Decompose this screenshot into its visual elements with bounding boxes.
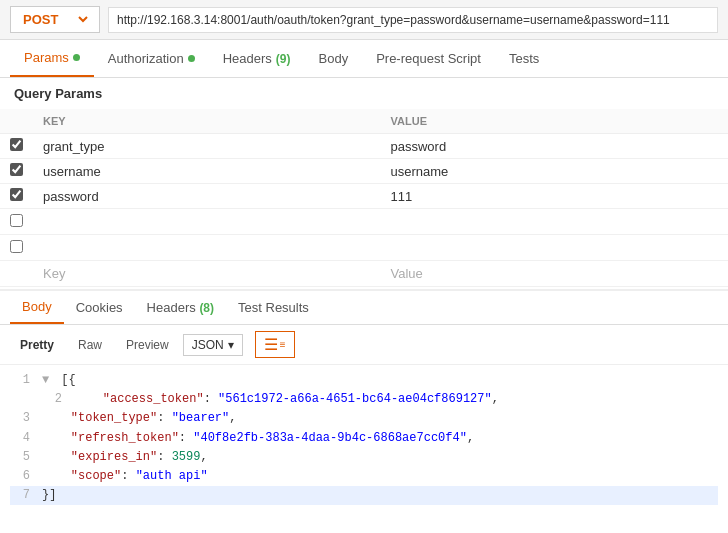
tab-params[interactable]: Params — [10, 40, 94, 77]
line-number: 2 — [42, 390, 62, 409]
tab-cookies[interactable]: Cookies — [64, 292, 135, 323]
table-row: grant_type password — [0, 134, 728, 159]
key-placeholder[interactable]: Key — [33, 261, 381, 287]
code-line: 1 ▼ [{ — [10, 371, 718, 390]
col-checkbox — [0, 109, 33, 134]
tab-tests-label: Tests — [509, 51, 539, 66]
row1-checkbox[interactable] — [10, 138, 23, 151]
line-content: "refresh_token": "40f8e2fb-383a-4daa-9b4… — [42, 429, 718, 448]
row3-checkbox[interactable] — [10, 188, 23, 201]
table-row-placeholder: Key Value — [0, 261, 728, 287]
json-format-label: JSON — [192, 338, 224, 352]
col-value-header: VALUE — [381, 109, 729, 134]
line-number: 3 — [10, 409, 30, 428]
code-line: 6 "scope": "auth api" — [10, 467, 718, 486]
tab-cookies-label: Cookies — [76, 300, 123, 315]
authorization-dot-icon — [188, 55, 195, 62]
row2-checkbox[interactable] — [10, 163, 23, 176]
line-content: [{ — [61, 371, 718, 390]
headers-badge: (9) — [276, 52, 291, 66]
line-content: "access_token": "561c1972-a66a-4651-bc64… — [74, 390, 718, 409]
collapse-icon[interactable]: ▼ — [42, 371, 49, 390]
beautify-icon: ☰ — [264, 335, 278, 354]
tab-response-body[interactable]: Body — [10, 291, 64, 324]
code-line: 5 "expires_in": 3599, — [10, 448, 718, 467]
tab-authorization[interactable]: Authorization — [94, 41, 209, 76]
request-tabs: Params Authorization Headers (9) Body Pr… — [0, 40, 728, 78]
beautify-lines-icon: ≡ — [280, 339, 286, 350]
params-table: KEY VALUE grant_type password username u… — [0, 109, 728, 287]
row2-value[interactable]: username — [381, 159, 729, 184]
tab-body-label: Body — [319, 51, 349, 66]
tab-authorization-label: Authorization — [108, 51, 184, 66]
method-selector[interactable]: POST GET PUT DELETE PATCH — [10, 6, 100, 33]
tab-headers-label: Headers — [223, 51, 272, 66]
tab-prerequest[interactable]: Pre-request Script — [362, 41, 495, 76]
empty-row2-checkbox[interactable] — [10, 240, 23, 253]
line-content: }] — [42, 486, 718, 505]
row3-key[interactable]: password — [33, 184, 381, 209]
code-line: 2 "access_token": "561c1972-a66a-4651-bc… — [10, 390, 718, 409]
chevron-down-icon: ▾ — [228, 338, 234, 352]
tab-response-headers[interactable]: Headers (8) — [135, 292, 226, 323]
query-params-title: Query Params — [0, 78, 728, 109]
tab-prerequest-label: Pre-request Script — [376, 51, 481, 66]
table-row: password 111 — [0, 184, 728, 209]
tab-test-results-label: Test Results — [238, 300, 309, 315]
tab-params-label: Params — [24, 50, 69, 65]
code-line: 4 "refresh_token": "40f8e2fb-383a-4daa-9… — [10, 429, 718, 448]
line-number: 7 — [10, 486, 30, 505]
table-row: username username — [0, 159, 728, 184]
tab-headers[interactable]: Headers (9) — [209, 41, 305, 76]
json-format-selector[interactable]: JSON ▾ — [183, 334, 243, 356]
method-dropdown[interactable]: POST GET PUT DELETE PATCH — [19, 11, 91, 28]
pretty-button[interactable]: Pretty — [10, 334, 64, 356]
empty-row1-checkbox[interactable] — [10, 214, 23, 227]
line-content: "expires_in": 3599, — [42, 448, 718, 467]
value-placeholder[interactable]: Value — [381, 261, 729, 287]
url-bar: POST GET PUT DELETE PATCH — [0, 0, 728, 40]
tab-response-body-label: Body — [22, 299, 52, 314]
line-content: "scope": "auth api" — [42, 467, 718, 486]
row1-key[interactable]: grant_type — [33, 134, 381, 159]
code-line: 7 }] — [10, 486, 718, 505]
col-key-header: KEY — [33, 109, 381, 134]
line-content: "token_type": "bearer", — [42, 409, 718, 428]
row2-key[interactable]: username — [33, 159, 381, 184]
tab-tests[interactable]: Tests — [495, 41, 553, 76]
format-bar: Pretty Raw Preview JSON ▾ ☰ ≡ — [0, 325, 728, 365]
table-row-empty — [0, 235, 728, 261]
line-number: 5 — [10, 448, 30, 467]
raw-button[interactable]: Raw — [68, 334, 112, 356]
tab-response-headers-label: Headers — [147, 300, 196, 315]
response-code-area: 1 ▼ [{ 2 "access_token": "561c1972-a66a-… — [0, 365, 728, 511]
tab-test-results[interactable]: Test Results — [226, 292, 321, 323]
line-number: 4 — [10, 429, 30, 448]
url-input[interactable] — [108, 7, 718, 33]
response-tabs: Body Cookies Headers (8) Test Results — [0, 289, 728, 325]
params-dot-icon — [73, 54, 80, 61]
beautify-button[interactable]: ☰ ≡ — [255, 331, 295, 358]
table-row-empty — [0, 209, 728, 235]
code-line: 3 "token_type": "bearer", — [10, 409, 718, 428]
line-number: 1 — [10, 371, 30, 390]
response-headers-badge: (8) — [199, 301, 214, 315]
line-number: 6 — [10, 467, 30, 486]
row1-value[interactable]: password — [381, 134, 729, 159]
preview-button[interactable]: Preview — [116, 334, 179, 356]
tab-body[interactable]: Body — [305, 41, 363, 76]
row3-value[interactable]: 111 — [381, 184, 729, 209]
